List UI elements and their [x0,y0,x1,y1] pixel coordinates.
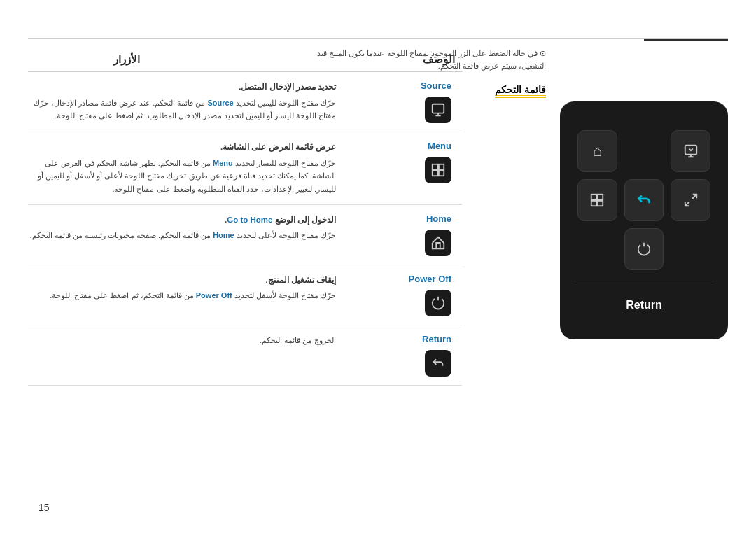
remote-empty-1 [624,130,664,172]
row-label-home: Home [426,213,451,224]
highlight-goto-home: Go to Home [227,216,272,224]
table-row-source: تحديد مصدر الإدخال المتصل. حرّك مفتاح ال… [28,72,462,132]
row-label-menu: Menu [428,141,451,151]
col-description-header: الوصف [147,53,462,66]
svg-rect-1 [592,194,596,199]
main-content: الأزرار الوصف تحديد مصدر الإدخال المتصل.… [28,48,462,386]
row-icon-home [425,230,451,256]
row-body-return: الخروج من قائمة التحكم. [260,336,336,344]
row-title-source: تحديد مصدر الإدخال المتصل. [28,80,336,94]
panel-heading: قائمة التحكم [495,84,546,98]
svg-rect-2 [598,194,603,199]
row-label-area-poweroff: Power Off [343,274,462,316]
row-icon-source [425,97,451,123]
highlight-poweroff: Power Off [196,291,232,300]
col-button-header: الأزرار [28,53,147,66]
row-icon-menu [425,157,451,183]
page-container: ⊙ في حالة الضغط على الزر الموجود بمفتاح … [0,0,756,534]
page-number: 15 [38,502,50,513]
svg-rect-6 [433,164,438,169]
remote-empty-2 [578,228,617,270]
top-line [28,38,728,39]
row-label-poweroff: Power Off [409,274,451,284]
remote-home-btn[interactable]: ⌂ [578,130,617,172]
svg-rect-9 [439,171,444,176]
table-row-return: الخروج من قائمة التحكم. Return [28,325,462,386]
row-icon-poweroff [425,290,451,316]
row-desc-home: الدخول إلى الوضع Go to Home. حرّك مفتاح … [28,213,343,242]
row-label-source: Source [421,80,451,91]
svg-rect-7 [439,164,444,169]
remote-source-btn[interactable] [671,130,710,172]
svg-rect-4 [598,200,603,205]
table-row-menu: عرض قائمة العرض على الشاشة. حرّك مفتاح ا… [28,132,462,205]
row-label-area-return: Return [343,334,462,377]
row-desc-return: الخروج من قائمة التحكم. [28,334,343,347]
row-label-area-home: Home [343,213,462,256]
remote-return-label: Return [626,299,662,311]
row-title-home: الدخول إلى الوضع Go to Home. [28,213,336,227]
remote-power-btn[interactable] [624,228,664,270]
table-row-home: الدخول إلى الوضع Go to Home. حرّك مفتاح … [28,205,462,265]
remote-menu-btn[interactable] [578,179,617,221]
row-body-menu: حرّك مفتاح اللوحة لليسار لتحديد Menu من … [38,159,336,193]
remote-graphic: ⌂ [560,101,728,339]
remote-divider [574,281,714,281]
highlight-menu: Menu [213,159,233,167]
row-label-area-source: Source [343,80,462,123]
row-desc-poweroff: إيقاف تشغيل المنتج. حرّك مفتاح اللوحة لأ… [28,274,343,302]
note-icon: ⊙ [540,49,546,57]
table-header: الأزرار الوصف [28,48,462,72]
svg-rect-8 [433,171,438,176]
remote-empty-3 [671,228,710,270]
highlight-home: Home [213,231,234,239]
remote-return-center-btn[interactable] [624,179,664,221]
highlight-source: Source [207,99,233,107]
row-title-menu: عرض قائمة العرض على الشاشة. [28,141,336,155]
table-row-poweroff: إيقاف تشغيل المنتج. حرّك مفتاح اللوحة لأ… [28,265,462,325]
svg-rect-3 [592,200,596,205]
row-title-poweroff: إيقاف تشغيل المنتج. [28,274,336,288]
row-desc-source: تحديد مصدر الإدخال المتصل. حرّك مفتاح ال… [28,80,343,122]
row-body-poweroff: حرّك مفتاح اللوحة لأسفل لتحديد Power Off… [50,291,336,300]
row-label-return: Return [422,334,451,344]
remote-input-btn[interactable] [671,179,710,221]
remote-buttons-grid: ⌂ [578,130,710,270]
svg-rect-5 [433,104,444,113]
row-body-home: حرّك مفتاح اللوحة لأعلى لتحديد Home من ق… [30,231,336,239]
row-desc-menu: عرض قائمة العرض على الشاشة. حرّك مفتاح ا… [28,141,343,196]
row-label-area-menu: Menu [343,141,462,183]
row-icon-return [425,350,451,377]
row-body-source: حرّك مفتاح اللوحة لليمين لتحديد Source م… [34,99,336,120]
